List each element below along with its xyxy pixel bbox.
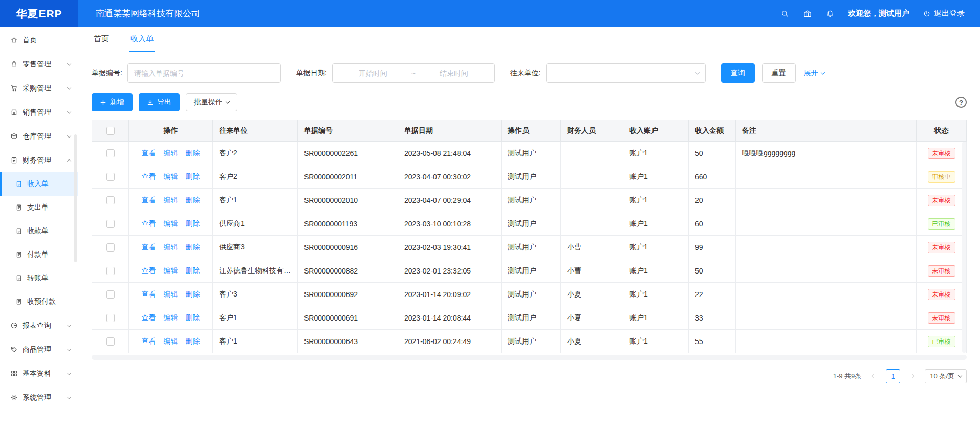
sidebar-item-report[interactable]: 报表查询 [0,313,78,337]
cell-bill-date: 2023-02-01 23:32:05 [398,259,502,283]
cell-finance-person: 小曹 [561,236,623,259]
bill-no-input[interactable] [127,63,281,83]
cell-status: 未审核 [917,283,967,306]
cell-bill-date: 2023-03-10 00:10:28 [398,212,502,236]
edit-link[interactable]: 编辑 [164,266,178,275]
finance-submenu: 收入单 支出单 收款单 付款单 转账单 [0,172,78,313]
search-icon[interactable] [780,9,790,18]
sidebar-item-sales[interactable]: 销售管理 [0,100,78,124]
view-link[interactable]: 查看 [142,219,156,227]
table-vertical-scrollbar[interactable] [962,142,966,353]
document-icon [15,275,23,282]
edit-link[interactable]: 编辑 [164,196,178,204]
prev-page-button[interactable] [866,369,881,383]
edit-link[interactable]: 编辑 [164,219,178,227]
delete-link[interactable]: 删除 [186,313,200,322]
sidebar-item-warehouse[interactable]: 仓库管理 [0,124,78,148]
sidebar-item-expense-bill[interactable]: 支出单 [0,196,78,219]
edit-link[interactable]: 编辑 [164,149,178,157]
edit-link[interactable]: 编辑 [164,290,178,298]
page-size-select[interactable]: 10 条/页 [925,369,967,383]
cell-status: 已审核 [917,212,967,236]
view-link[interactable]: 查看 [142,149,156,157]
sidebar-item-goods[interactable]: 商品管理 [0,337,78,361]
sidebar-item-label: 收入单 [27,179,49,189]
row-checkbox[interactable] [106,173,115,181]
row-checkbox[interactable] [106,267,115,275]
reset-button[interactable]: 重置 [762,63,796,83]
view-link[interactable]: 查看 [142,172,156,180]
delete-link[interactable]: 删除 [186,337,200,345]
content-area: 首页 收入单 单据编号: 单据日期: ~ 往来单位: [78,27,980,433]
row-checkbox[interactable] [106,243,115,252]
edit-link[interactable]: 编辑 [164,172,178,180]
sidebar-item-baseinfo[interactable]: 基本资料 [0,361,78,385]
page-number-button[interactable]: 1 [886,369,900,383]
cell-income-account: 账户1 [623,236,689,259]
divider [160,244,160,250]
row-checkbox[interactable] [106,314,115,322]
row-checkbox[interactable] [106,196,115,204]
delete-link[interactable]: 删除 [186,196,200,204]
col-status: 状态 [917,120,967,142]
cell-income-amount: 660 [689,165,736,189]
system-gear-icon [10,394,18,401]
add-button[interactable]: 新增 [92,93,133,111]
platform-bank-icon[interactable] [803,9,812,18]
cell-operator: 测试用户 [502,283,561,306]
row-checkbox[interactable] [106,337,115,346]
view-link[interactable]: 查看 [142,337,156,345]
expand-filters-link[interactable]: 展开 [804,69,824,78]
sidebar-scrollbar[interactable] [74,134,77,262]
user-welcome[interactable]: 欢迎您，测试用户 [848,9,909,18]
warehouse-icon [10,132,18,140]
sidebar-item-home[interactable]: 首页 [0,28,78,52]
cell-finance-person: 小曹 [561,259,623,283]
date-start-input[interactable] [337,69,409,78]
export-button[interactable]: 导出 [139,93,180,111]
delete-link[interactable]: 删除 [186,219,200,227]
tab-home[interactable]: 首页 [93,27,110,52]
sidebar-item-income-bill[interactable]: 收入单 [0,172,78,196]
help-icon[interactable]: ? [955,97,967,108]
delete-link[interactable]: 删除 [186,290,200,298]
sidebar-item-receipt-bill[interactable]: 收款单 [0,219,78,243]
row-checkbox[interactable] [106,149,115,157]
notification-bell-icon[interactable] [825,9,835,18]
next-page-button[interactable] [905,369,920,383]
edit-link[interactable]: 编辑 [164,243,178,251]
delete-link[interactable]: 删除 [186,266,200,275]
search-button[interactable]: 查询 [721,63,755,83]
delete-link[interactable]: 删除 [186,172,200,180]
sidebar-item-advance-payment[interactable]: 收预付款 [0,290,78,313]
edit-link[interactable]: 编辑 [164,337,178,345]
row-checkbox[interactable] [106,220,115,228]
view-link[interactable]: 查看 [142,313,156,322]
select-all-checkbox[interactable] [106,127,115,135]
tab-income-bill[interactable]: 收入单 [129,27,155,52]
sidebar-item-finance[interactable]: 财务管理 [0,148,78,172]
sidebar-item-payment-bill[interactable]: 付款单 [0,243,78,266]
batch-operation-button[interactable]: 批量操作 [186,93,237,111]
cell-income-account: 账户1 [623,259,689,283]
view-link[interactable]: 查看 [142,243,156,251]
row-checkbox[interactable] [106,290,115,299]
view-link[interactable]: 查看 [142,196,156,204]
sidebar-item-retail[interactable]: 零售管理 [0,52,78,76]
sidebar-item-purchase[interactable]: 采购管理 [0,76,78,100]
view-link[interactable]: 查看 [142,266,156,275]
view-link[interactable]: 查看 [142,290,156,298]
divider [182,150,182,156]
partner-select[interactable] [546,63,706,83]
date-range-picker: ~ [332,63,495,83]
edit-link[interactable]: 编辑 [164,313,178,322]
cell-remark: 嘎嘎嘎gggggggg [736,142,917,165]
sidebar-item-transfer-bill[interactable]: 转账单 [0,266,78,290]
cell-finance-person [561,165,623,189]
delete-link[interactable]: 删除 [186,149,200,157]
date-end-input[interactable] [418,69,490,78]
delete-link[interactable]: 删除 [186,243,200,251]
sidebar-item-system[interactable]: 系统管理 [0,385,78,409]
table-horizontal-scrollbar[interactable] [92,355,967,360]
logout-button[interactable]: 退出登录 [923,9,965,18]
